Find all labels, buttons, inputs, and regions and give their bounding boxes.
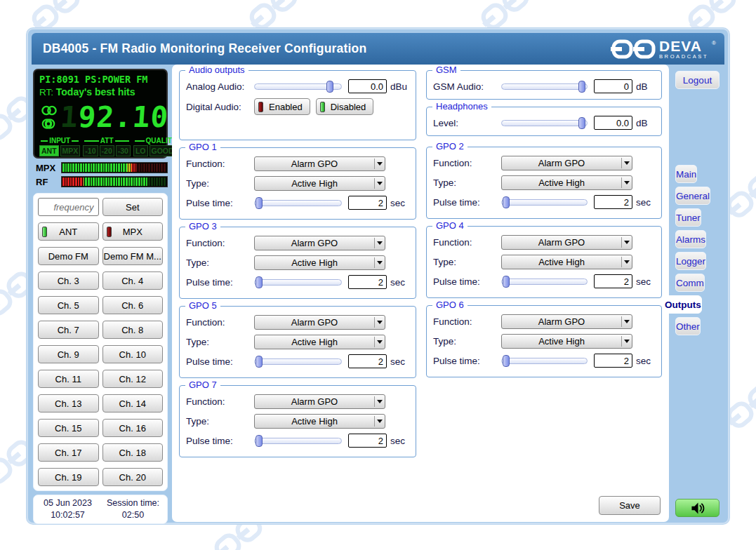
nav-item-alarms[interactable]: Alarms: [675, 230, 706, 248]
preset-button-11[interactable]: Ch. 11: [38, 370, 99, 388]
pulse-time-label: Pulse time:: [433, 276, 501, 287]
att-30-indicator: -30: [116, 145, 131, 156]
gsm-audio-value[interactable]: [594, 79, 632, 93]
gpo1-pulse-time-value[interactable]: [348, 196, 387, 210]
gpo2-pulse-time-slider[interactable]: [501, 199, 588, 206]
section-title: GPO 7: [185, 380, 220, 390]
preset-button-13[interactable]: Ch. 13: [38, 394, 99, 412]
gpo5-pulse-time-value[interactable]: [348, 354, 387, 368]
preset-button-15[interactable]: Ch. 15: [38, 419, 99, 437]
digital-audio-disabled-button[interactable]: Disabled: [316, 98, 374, 115]
gpo1-pulse-time-slider[interactable]: [254, 200, 342, 206]
slider-thumb[interactable]: [503, 196, 510, 208]
gpo1-function-select[interactable]: Alarm GPO: [254, 156, 385, 171]
preset-button-14[interactable]: Ch. 14: [102, 394, 164, 412]
gpo4-pulse-time-value[interactable]: [594, 274, 632, 288]
gpo6-pulse-time-value[interactable]: [594, 354, 632, 368]
gpo2-type-select[interactable]: Active High: [501, 175, 632, 190]
set-button[interactable]: Set: [102, 198, 164, 216]
save-button[interactable]: Save: [599, 496, 661, 515]
gsm-section: GSM GSM Audio: dB: [426, 70, 662, 100]
slider-thumb[interactable]: [578, 117, 585, 129]
nav-item-outputs[interactable]: Outputs: [664, 295, 702, 314]
slider-thumb[interactable]: [256, 356, 263, 368]
gpo5-type-select[interactable]: Active High: [254, 335, 385, 349]
preset-button-17[interactable]: Ch. 17: [38, 443, 99, 462]
preset-button-16[interactable]: Ch. 16: [102, 419, 164, 437]
nav-item-logger[interactable]: Logger: [675, 252, 706, 270]
gpo4-function-select[interactable]: Alarm GPO: [501, 235, 632, 250]
nav-item-general[interactable]: General: [675, 187, 710, 205]
gpo6-function-select[interactable]: Alarm GPO: [501, 314, 632, 329]
nav-item-tuner[interactable]: Tuner: [675, 208, 701, 227]
preset-button-2[interactable]: Demo FM M...: [102, 247, 164, 265]
logo-brand: DEVA: [659, 39, 708, 53]
gpo2-function-select[interactable]: Alarm GPO: [501, 156, 632, 170]
preset-button-1[interactable]: Demo FM: [38, 247, 99, 265]
nav-item-main[interactable]: Main: [675, 165, 697, 183]
gpo7-type-select[interactable]: Active High: [254, 414, 385, 429]
function-label: Function:: [186, 317, 254, 328]
preset-button-12[interactable]: Ch. 12: [102, 370, 164, 388]
ant-input-button[interactable]: ANT: [38, 222, 99, 241]
gpo3-type-select[interactable]: Active High: [254, 255, 385, 270]
gpo6-pulse-time-slider[interactable]: [501, 358, 588, 364]
preset-button-7[interactable]: Ch. 7: [38, 321, 99, 339]
slider-thumb[interactable]: [256, 197, 263, 209]
gpo3-pulse-time-slider[interactable]: [254, 279, 342, 286]
frequency-input[interactable]: [38, 198, 99, 216]
pulse-time-label: Pulse time:: [433, 356, 501, 366]
gpo7-function-select[interactable]: Alarm GPO: [254, 394, 385, 409]
preset-button-5[interactable]: Ch. 5: [38, 296, 99, 314]
gpo6-type-select[interactable]: Active High: [501, 334, 632, 349]
audio-monitor-button[interactable]: [675, 499, 719, 517]
function-label: Function:: [433, 158, 501, 168]
analog-audio-slider[interactable]: [254, 83, 342, 90]
gpo1-type-select[interactable]: Active High: [254, 176, 385, 191]
gpo2-pulse-time-value[interactable]: [594, 195, 632, 209]
slider-thumb[interactable]: [503, 276, 510, 288]
preset-button-4[interactable]: Ch. 4: [102, 271, 164, 290]
type-label: Type:: [433, 177, 501, 188]
slider-thumb[interactable]: [256, 276, 263, 288]
gpo3-function-select[interactable]: Alarm GPO: [254, 236, 385, 250]
analog-audio-label: Analog Audio:: [186, 81, 254, 92]
mpx-meter-label: MPX: [36, 163, 61, 173]
preset-button-3[interactable]: Ch. 3: [38, 271, 99, 290]
gpo4-type-select[interactable]: Active High: [501, 255, 632, 269]
chevron-down-icon: [621, 158, 632, 168]
gpo5-function-select[interactable]: Alarm GPO: [254, 315, 385, 330]
preset-button-6[interactable]: Ch. 6: [102, 296, 164, 314]
preset-button-8[interactable]: Ch. 8: [102, 321, 164, 339]
pulse-time-label: Pulse time:: [433, 197, 501, 208]
preset-button-9[interactable]: Ch. 9: [38, 345, 99, 363]
gpo7-pulse-time-value[interactable]: [348, 434, 387, 448]
logout-button[interactable]: Logout: [675, 71, 719, 89]
mpx-input-button[interactable]: MPX: [102, 222, 164, 241]
slider-thumb[interactable]: [503, 355, 510, 367]
nav-item-comm[interactable]: Comm: [675, 274, 705, 292]
gpo3-pulse-time-value[interactable]: [348, 275, 387, 289]
gpo-7-section: GPO 7 Function: Alarm GPO Type: Active H…: [179, 385, 416, 457]
slider-thumb[interactable]: [256, 435, 263, 447]
gpo7-pulse-time-slider[interactable]: [254, 438, 342, 444]
headphones-level-value[interactable]: [594, 116, 632, 130]
gpo5-pulse-time-slider[interactable]: [254, 358, 342, 365]
slider-thumb[interactable]: [578, 81, 585, 93]
preset-button-19[interactable]: Ch. 19: [38, 468, 99, 486]
nav-item-other[interactable]: Other: [675, 317, 701, 335]
chevron-down-icon: [374, 416, 385, 427]
preset-button-20[interactable]: Ch. 20: [102, 468, 164, 486]
slider-thumb[interactable]: [326, 81, 333, 93]
analog-audio-value[interactable]: [348, 79, 387, 93]
digital-audio-enabled-button[interactable]: Enabled: [254, 98, 310, 115]
preset-button-10[interactable]: Ch. 10: [102, 345, 164, 363]
gsm-audio-slider[interactable]: [501, 83, 588, 90]
gpo4-pulse-time-slider[interactable]: [501, 279, 588, 285]
input-indicator-group: INPUT ANT MPX: [39, 138, 80, 156]
section-title: GPO 5: [185, 300, 220, 311]
chevron-down-icon: [621, 336, 632, 347]
headphones-level-slider[interactable]: [501, 120, 588, 126]
preset-button-18[interactable]: Ch. 18: [102, 443, 164, 462]
function-label: Function:: [186, 159, 254, 169]
